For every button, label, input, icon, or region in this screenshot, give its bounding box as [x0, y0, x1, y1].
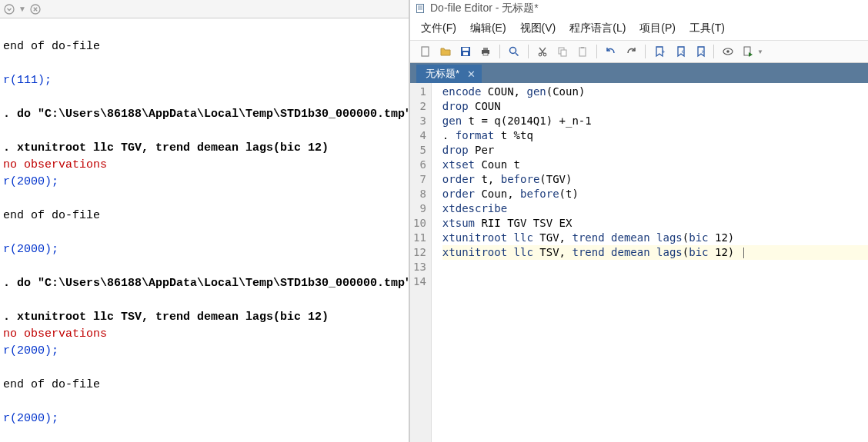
svg-rect-8 [462, 48, 469, 51]
code-line[interactable]: encode COUN, gen(Coun) [442, 85, 868, 99]
paste-icon[interactable] [575, 44, 590, 59]
editor-area[interactable]: 1234567891011121314 encode COUN, gen(Cou… [410, 83, 868, 442]
svg-rect-9 [463, 52, 468, 55]
run-icon[interactable] [740, 44, 756, 59]
output-line: . do "C:\Users\86188\AppData\Local\Temp\… [3, 275, 406, 292]
results-output[interactable]: end of do-file r(111); . do "C:\Users\86… [0, 18, 409, 442]
line-number: 7 [413, 172, 426, 187]
output-line [3, 224, 406, 241]
code-line[interactable] [442, 274, 868, 289]
line-number: 2 [413, 99, 426, 114]
search-icon[interactable] [506, 44, 522, 59]
code-line[interactable]: xtset Coun t [442, 158, 868, 172]
line-number: 1 [413, 85, 426, 99]
results-toolbar: ▼ [0, 0, 409, 18]
separator [645, 45, 646, 58]
output-line [3, 55, 406, 72]
output-line: no observations [3, 157, 406, 174]
dropdown-icon[interactable]: ▼ [18, 5, 26, 13]
editor-tab[interactable]: 无标题* ✕ [416, 65, 482, 83]
code-line[interactable]: xtsum RII TGV TSV EX [442, 216, 868, 231]
output-line [3, 89, 406, 106]
bookmark-prev-icon[interactable]: ‹ [672, 44, 687, 59]
output-line [3, 360, 406, 377]
results-pane: ▼ end of do-file r(111); . do "C:\Users\… [0, 0, 409, 442]
code-line[interactable]: xtunitroot llc TSV, trend demean lags(bi… [442, 245, 868, 260]
output-line: end of do-file [3, 208, 406, 224]
copy-icon[interactable] [555, 44, 570, 59]
svg-point-13 [510, 48, 516, 54]
save-icon[interactable] [458, 44, 473, 59]
menu-project[interactable]: 项目(P) [639, 22, 676, 35]
svg-rect-12 [483, 53, 488, 55]
text-cursor [743, 248, 744, 258]
line-number: 10 [413, 216, 426, 231]
svg-point-0 [5, 5, 14, 14]
code-line[interactable]: . format t %tq [442, 128, 868, 143]
code-line[interactable] [442, 260, 868, 274]
print-icon[interactable] [478, 44, 493, 59]
editor-toolbar: + ‹ › ▼ [410, 40, 868, 63]
menu-tools[interactable]: 工具(T) [689, 22, 725, 35]
redo-icon[interactable] [623, 44, 639, 59]
dofile-editor: Do-file Editor - 无标题* 文件(F) 编辑(E) 视图(V) … [409, 0, 868, 442]
line-gutter: 1234567891011121314 [410, 83, 432, 442]
window-title: Do-file Editor - 无标题* [430, 2, 539, 15]
separator [528, 45, 529, 58]
line-number: 4 [413, 128, 426, 143]
svg-rect-21 [579, 48, 586, 56]
line-number: 5 [413, 143, 426, 158]
output-line [3, 123, 406, 140]
line-number: 11 [413, 231, 426, 245]
code-line[interactable]: gen t = q(2014Q1) +_n-1 [442, 114, 868, 128]
output-line: no observations [3, 326, 406, 343]
code-line[interactable]: drop COUN [442, 99, 868, 114]
code-line[interactable]: drop Per [442, 143, 868, 158]
tab-label: 无标题* [426, 67, 459, 81]
editor-titlebar: Do-file Editor - 无标题* [410, 0, 868, 17]
svg-rect-22 [581, 47, 584, 48]
line-number: 8 [413, 187, 426, 201]
bookmark-add-icon[interactable]: + [652, 44, 667, 59]
line-number: 14 [413, 274, 426, 289]
svg-rect-2 [417, 5, 424, 13]
undo-icon[interactable] [603, 44, 619, 59]
output-line: end of do-file [3, 377, 406, 394]
output-line: . xtunitroot llc TGV, trend demean lags(… [3, 140, 406, 157]
output-line [3, 191, 406, 208]
cut-icon[interactable] [535, 44, 550, 59]
line-number: 3 [413, 114, 426, 128]
output-line: r(2000); [3, 343, 406, 360]
svg-line-14 [516, 53, 519, 56]
output-line [3, 292, 406, 309]
code-line[interactable]: order Coun, before(t) [442, 187, 868, 201]
output-line: . xtunitroot llc TSV, trend demean lags(… [3, 309, 406, 326]
code-line[interactable]: xtunitroot llc TGV, trend demean lags(bi… [442, 231, 868, 245]
line-number: 6 [413, 158, 426, 172]
line-number: 9 [413, 201, 426, 216]
menu-view[interactable]: 视图(V) [520, 22, 556, 35]
output-line [3, 394, 406, 410]
line-number: 12 [413, 245, 426, 260]
down-circle-icon[interactable] [3, 3, 15, 15]
separator [596, 45, 597, 58]
output-line [3, 258, 406, 275]
close-circle-icon[interactable] [29, 3, 42, 15]
open-folder-icon[interactable] [438, 44, 453, 59]
menu-edit[interactable]: 编辑(E) [470, 22, 506, 35]
output-line [3, 22, 406, 38]
new-file-icon[interactable] [418, 44, 433, 59]
output-line: r(2000); [3, 174, 406, 191]
run-dropdown-icon[interactable]: ▼ [757, 48, 763, 55]
preview-icon[interactable] [720, 44, 736, 59]
separator [713, 45, 714, 58]
close-icon[interactable]: ✕ [467, 68, 476, 80]
code-line[interactable]: order t, before(TGV) [442, 172, 868, 187]
code-line[interactable]: xtdescribe [442, 201, 868, 216]
code-content[interactable]: encode COUN, gen(Coun)drop COUNgen t = q… [432, 83, 868, 442]
menu-file[interactable]: 文件(F) [421, 22, 456, 35]
menu-lang[interactable]: 程序语言(L) [569, 22, 626, 35]
bookmark-next-icon[interactable]: › [692, 44, 707, 59]
svg-rect-11 [483, 48, 488, 50]
output-line: r(2000); [3, 241, 406, 258]
